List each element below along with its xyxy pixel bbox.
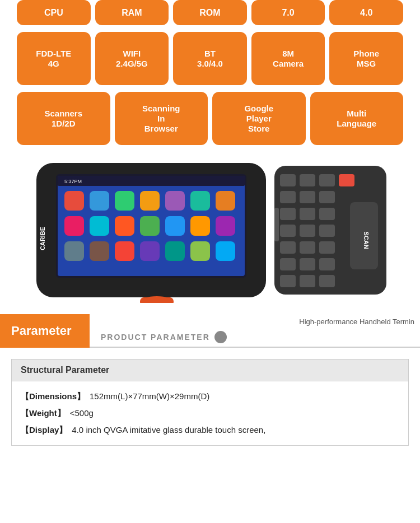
parameter-right: High-performance Handheld Termin PRODUCT… — [90, 314, 420, 348]
svg-rect-47 — [300, 258, 315, 270]
parameter-label: Parameter — [0, 314, 90, 348]
badge-item: CPU — [17, 0, 91, 25]
svg-rect-40 — [280, 225, 296, 237]
svg-rect-12 — [64, 216, 84, 236]
svg-rect-15 — [140, 216, 160, 236]
svg-rect-7 — [115, 191, 134, 211]
svg-rect-32 — [319, 174, 335, 186]
param-value: <500g — [70, 405, 94, 422]
badge-item: BT 3.0/4.0 — [173, 32, 247, 85]
svg-rect-23 — [165, 241, 185, 261]
svg-text:5:37PM: 5:37PM — [64, 179, 82, 184]
svg-rect-35 — [300, 191, 315, 203]
param-row: 【Weight】<500g — [21, 405, 399, 422]
svg-rect-3 — [58, 176, 245, 186]
svg-rect-30 — [280, 174, 296, 186]
svg-text:CARIBE: CARIBE — [39, 227, 46, 250]
svg-rect-10 — [190, 191, 210, 211]
structural-content: 【Dimensions】152mm(L)×77mm(W)×29mm(D)【Wei… — [12, 381, 408, 445]
badges-section: CPURAMROM7.04.0 FDD-LTE 4GWIFI 2.4G/5GBT… — [0, 0, 420, 145]
badge-item: ROM — [173, 0, 247, 25]
svg-rect-38 — [300, 208, 315, 220]
svg-rect-52 — [274, 208, 279, 241]
svg-rect-33 — [339, 174, 354, 186]
structural-section: Structural Parameter 【Dimensions】152mm(L… — [11, 359, 409, 446]
badge-item: Google Player Store — [212, 92, 306, 145]
param-value: 4.0 inch QVGA imitative glass durable to… — [72, 422, 265, 438]
svg-rect-54 — [140, 297, 174, 303]
svg-rect-5 — [64, 191, 84, 211]
badge-item: 4.0 — [329, 0, 403, 25]
svg-text:SCAN: SCAN — [363, 231, 370, 249]
parameter-header: Parameter High-performance Handheld Term… — [0, 314, 420, 348]
badges-row-3: Scanners 1D/2DScanning In BrowserGoogle … — [17, 92, 403, 145]
svg-rect-50 — [300, 275, 315, 287]
svg-rect-24 — [190, 241, 210, 261]
svg-rect-22 — [140, 241, 160, 261]
badge-item: FDD-LTE 4G — [17, 32, 91, 85]
svg-rect-18 — [216, 216, 235, 236]
param-value: 152mm(L)×77mm(W)×29mm(D) — [90, 388, 209, 405]
svg-rect-20 — [90, 241, 109, 261]
svg-rect-17 — [190, 216, 210, 236]
parameter-tagline: High-performance Handheld Termin — [101, 314, 420, 326]
svg-rect-9 — [165, 191, 185, 211]
badge-item: RAM — [95, 0, 169, 25]
structural-header: Structural Parameter — [12, 359, 408, 381]
svg-rect-21 — [115, 241, 134, 261]
chevron-down-icon[interactable]: ▼ — [214, 331, 227, 343]
badge-item: 7.0 — [251, 0, 325, 25]
svg-rect-43 — [280, 241, 296, 254]
svg-rect-39 — [319, 208, 335, 220]
svg-rect-37 — [280, 208, 296, 220]
device-section: 5:37PM — [0, 152, 420, 314]
svg-rect-41 — [300, 225, 315, 237]
svg-rect-49 — [280, 275, 296, 287]
param-row: 【Dimensions】152mm(L)×77mm(W)×29mm(D) — [21, 388, 399, 405]
badge-item: 8M Camera — [251, 32, 325, 85]
badge-item: Multi Language — [310, 92, 404, 145]
badge-item: Scanners 1D/2D — [17, 92, 110, 145]
svg-rect-14 — [115, 216, 134, 236]
badge-item: WIFI 2.4G/5G — [95, 32, 169, 85]
param-key: 【Display】 — [21, 422, 67, 438]
svg-rect-13 — [90, 216, 109, 236]
svg-rect-48 — [319, 258, 335, 270]
parameter-product-label: PRODUCT PARAMETER ▼ — [101, 331, 420, 347]
svg-rect-11 — [216, 191, 235, 211]
svg-rect-51 — [319, 275, 335, 287]
svg-rect-19 — [64, 241, 84, 261]
svg-rect-46 — [280, 258, 296, 270]
badges-row-2: FDD-LTE 4GWIFI 2.4G/5GBT 3.0/4.08M Camer… — [17, 32, 403, 85]
param-key: 【Weight】 — [21, 405, 66, 422]
device-image: 5:37PM — [20, 157, 400, 303]
param-row: 【Display】4.0 inch QVGA imitative glass d… — [21, 422, 399, 438]
svg-rect-16 — [165, 216, 185, 236]
svg-rect-25 — [216, 241, 235, 261]
svg-rect-8 — [140, 191, 160, 211]
badge-item: Phone MSG — [329, 32, 403, 85]
parameter-title: Parameter — [11, 324, 72, 338]
svg-rect-6 — [90, 191, 109, 211]
parameter-section: Parameter High-performance Handheld Term… — [0, 314, 420, 348]
param-key: 【Dimensions】 — [21, 388, 85, 405]
svg-rect-31 — [300, 174, 315, 186]
svg-rect-34 — [280, 191, 296, 203]
svg-rect-36 — [319, 191, 335, 203]
badge-item: Scanning In Browser — [115, 92, 208, 145]
svg-rect-42 — [319, 225, 335, 237]
svg-rect-45 — [319, 241, 335, 254]
badges-row-1: CPURAMROM7.04.0 — [17, 0, 403, 25]
svg-rect-44 — [300, 241, 315, 254]
